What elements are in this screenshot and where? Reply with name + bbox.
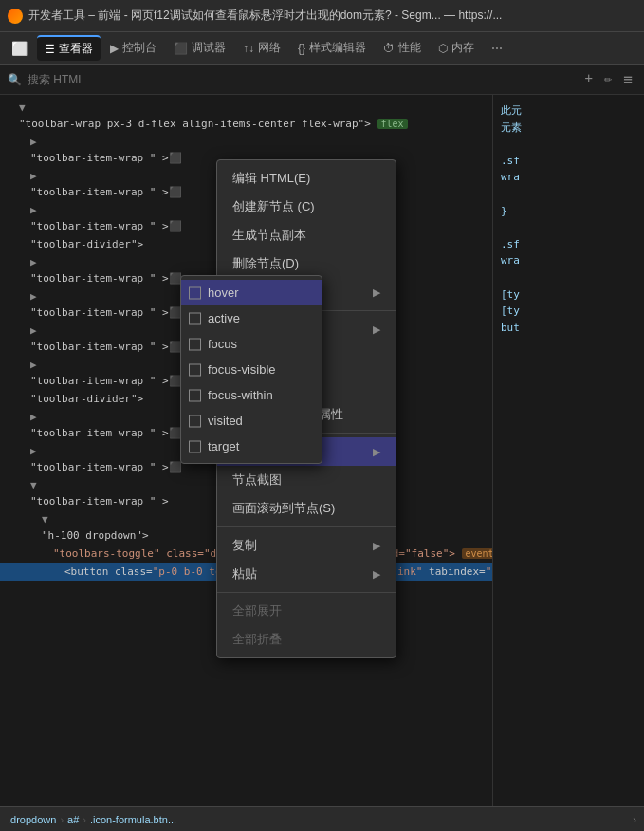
context-menu-item: 全部折叠 bbox=[217, 625, 396, 654]
context-menu-item[interactable]: 复制▶ bbox=[217, 531, 396, 560]
context-menu-item: 全部展开 bbox=[217, 597, 396, 625]
picker-icon: ⬜ bbox=[11, 41, 28, 56]
submenu-arrow-icon: ▶ bbox=[373, 286, 380, 299]
right-panel-text: 此元元素.sfwra}.sfwra[ty[tybut bbox=[497, 99, 640, 340]
context-menu-item[interactable]: 编辑 HTML(E) bbox=[217, 164, 396, 193]
context-menu-item[interactable]: 生成节点副本 bbox=[217, 221, 396, 249]
add-node-button[interactable]: + bbox=[580, 68, 596, 90]
pseudo-class-item[interactable]: focus bbox=[181, 331, 322, 357]
pseudo-class-item[interactable]: visited bbox=[181, 408, 322, 434]
pseudo-class-label: active bbox=[208, 311, 240, 325]
pseudo-class-item[interactable]: focus-within bbox=[181, 382, 322, 408]
pseudo-class-label: hover bbox=[208, 286, 239, 300]
toolbar-tabs: ⬜ ☰ 查看器 ▶ 控制台 ⬛ 调试器 ↑↓ 网络 {} 样式编辑器 ⏱ 性能 … bbox=[0, 32, 644, 65]
memory-icon: ⬡ bbox=[438, 42, 448, 55]
pseudo-class-label: focus-visible bbox=[208, 362, 276, 377]
pseudo-class-label: focus bbox=[208, 337, 237, 351]
pseudo-class-checkbox[interactable] bbox=[189, 389, 201, 401]
tab-performance[interactable]: ⏱ 性能 bbox=[376, 36, 429, 60]
tab-memory[interactable]: ⬡ 内存 bbox=[431, 36, 482, 60]
pseudo-class-label: focus-within bbox=[208, 388, 273, 402]
browser-icon bbox=[8, 9, 23, 24]
menu-divider bbox=[217, 526, 396, 527]
pseudo-class-checkbox[interactable] bbox=[189, 363, 201, 376]
breadcrumb-item-a[interactable]: a# bbox=[67, 814, 79, 825]
submenu-arrow-icon: ▶ bbox=[373, 568, 380, 581]
pseudo-class-item[interactable]: target bbox=[181, 434, 322, 459]
search-input[interactable] bbox=[28, 73, 575, 86]
filter-button[interactable]: ≡ bbox=[619, 68, 636, 90]
submenu-arrow-icon: ▶ bbox=[373, 323, 380, 336]
pseudo-class-label: target bbox=[208, 439, 239, 453]
tab-inspector[interactable]: ☰ 查看器 bbox=[37, 35, 101, 61]
performance-icon: ⏱ bbox=[383, 42, 395, 55]
search-icon: 🔍 bbox=[8, 73, 22, 86]
breadcrumb: .dropdown › a# › .icon-formula.btn... › bbox=[0, 806, 644, 831]
tab-more[interactable]: ⋯ bbox=[484, 38, 510, 59]
tab-network[interactable]: ↑↓ 网络 bbox=[235, 36, 288, 60]
pseudo-class-label: visited bbox=[208, 414, 243, 428]
tab-picker[interactable]: ⬜ bbox=[4, 37, 35, 60]
search-bar: 🔍 + ✏ ≡ bbox=[0, 65, 644, 95]
debugger-icon: ⬛ bbox=[174, 42, 188, 55]
html-line[interactable]: ▼ "toolbar-wrap px-3 d-flex align-items-… bbox=[0, 99, 492, 133]
context-menu-item[interactable]: 删除节点(D) bbox=[217, 249, 396, 278]
pseudo-class-checkbox[interactable] bbox=[189, 338, 201, 350]
more-icon: ⋯ bbox=[491, 42, 503, 55]
pseudo-class-item[interactable]: hover bbox=[181, 280, 322, 305]
context-menu-item[interactable]: 粘贴▶ bbox=[217, 560, 396, 588]
pseudo-class-item[interactable]: active bbox=[181, 305, 322, 331]
tab-console[interactable]: ▶ 控制台 bbox=[102, 36, 164, 60]
tab-style-editor[interactable]: {} 样式编辑器 bbox=[290, 36, 374, 60]
network-icon: ↑↓ bbox=[243, 42, 254, 55]
style-editor-icon: {} bbox=[298, 42, 305, 55]
pseudo-class-checkbox[interactable] bbox=[189, 440, 201, 452]
pseudo-class-checkbox[interactable] bbox=[189, 312, 201, 324]
pseudo-class-checkbox[interactable] bbox=[189, 286, 201, 299]
context-menu-item[interactable]: 创建新节点 (C) bbox=[217, 193, 396, 221]
title-bar-text: 开发者工具 – 前端 - 网页f12调试如何查看鼠标悬浮时才出现的dom元素? … bbox=[28, 8, 502, 24]
right-panel: 此元元素.sfwra}.sfwra[ty[tybut bbox=[492, 95, 644, 806]
pseudo-class-checkbox[interactable] bbox=[189, 415, 201, 427]
title-bar: 开发者工具 – 前端 - 网页f12调试如何查看鼠标悬浮时才出现的dom元素? … bbox=[0, 0, 644, 32]
breadcrumb-item-dropdown[interactable]: .dropdown bbox=[8, 814, 56, 825]
submenu-arrow-icon: ▶ bbox=[373, 540, 380, 552]
context-menu-item[interactable]: 节点截图 bbox=[217, 466, 396, 494]
edit-button[interactable]: ✏ bbox=[600, 68, 616, 90]
pseudo-class-submenu: hoveractivefocusfocus-visiblefocus-withi… bbox=[180, 275, 322, 464]
tab-debugger[interactable]: ⬛ 调试器 bbox=[166, 36, 233, 60]
menu-divider bbox=[217, 592, 396, 593]
context-menu-item[interactable]: 画面滚动到节点(S) bbox=[217, 494, 396, 523]
console-icon: ▶ bbox=[110, 42, 119, 55]
breadcrumb-item-button[interactable]: .icon-formula.btn... bbox=[90, 814, 176, 825]
search-actions: + ✏ ≡ bbox=[580, 68, 636, 90]
pseudo-class-item[interactable]: focus-visible bbox=[181, 357, 322, 382]
inspector-icon: ☰ bbox=[45, 43, 55, 56]
submenu-arrow-icon: ▶ bbox=[373, 446, 380, 458]
